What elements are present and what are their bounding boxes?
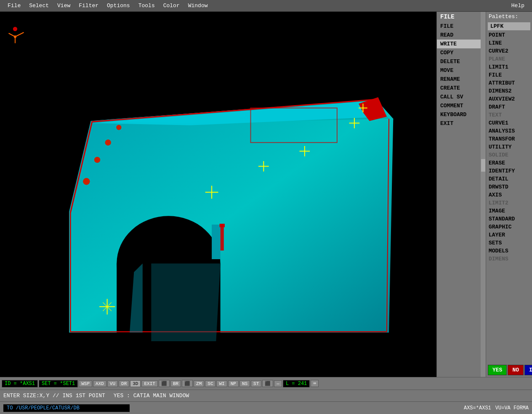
menu-tools[interactable]: Tools [134,2,159,10]
palette-file[interactable]: FILE [486,71,532,79]
left-panel: FILE FILE READ WRITE COPY DELETE MOVE RE… [436,12,481,377]
palette-dimens: DIMENS [486,255,532,263]
br-button[interactable]: BR [170,380,181,387]
menu-item-copy[interactable]: COPY [437,48,481,57]
menu-options[interactable]: Options [103,2,134,10]
palette-curve2[interactable]: CURVE2 [486,47,532,55]
palette-solide: SOLIDE [486,151,532,159]
svg-marker-11 [212,225,221,259]
bottom-bar: ID = *AXS1 SET = *SET1 WSP AXD VU DR 3D … [0,377,532,390]
menu-item-rename[interactable]: RENAME [437,75,481,84]
exit-button[interactable]: EXIT [141,380,157,387]
svg-point-17 [116,125,121,130]
icon-btn-4[interactable]: — [274,380,282,387]
menu-window[interactable]: Window [184,2,212,10]
palette-erase[interactable]: ERASE [486,159,532,167]
palette-draft[interactable]: DRAFT [486,103,532,111]
palette-utility[interactable]: UTILITY [486,143,532,151]
zm-button[interactable]: ZM [194,380,204,387]
palette-drwstd[interactable]: DRWSTD [486,183,532,191]
dr-button[interactable]: DR [119,380,129,387]
path-area: TO /USR/PEOPLE/CATUSR/DB [3,404,130,412]
wi-button[interactable]: WI [216,380,227,387]
lpfk-label[interactable]: LPFK [488,22,530,30]
svg-point-4 [14,35,16,38]
palette-detail[interactable]: DETAIL [486,175,532,183]
palette-models[interactable]: MODELS [486,247,532,255]
palette-layer[interactable]: LAYER [486,231,532,239]
palette-axis[interactable]: AXIS [486,191,532,199]
palette-auxview2[interactable]: AUXVIEW2 [486,95,532,103]
palette-point[interactable]: POINT [486,31,532,39]
right-panel: Palettes: LPFK POINT LINE CURVE2 PLANE L… [486,12,532,377]
palette-dimens2[interactable]: DIMENS2 [486,87,532,95]
palette-sets[interactable]: SETS [486,239,532,247]
l-field: L = 241 [283,380,310,387]
np-button[interactable]: NP [228,380,239,387]
icon-btn-2[interactable]: ⬛ [182,380,193,387]
command-text: ENTER SIZE:X,Y // INS 1ST POINT [3,393,105,399]
3d-canvas [0,12,436,377]
scroll-thumb[interactable] [481,159,485,172]
3d-button[interactable]: 3D [130,380,141,387]
menu-item-create[interactable]: CREATE [437,84,481,93]
scroll-area[interactable] [481,12,486,377]
status-bar: TO /USR/PEOPLE/CATUSR/DB AXS=*AXS1 VU=VA… [0,401,532,414]
menu-item-keyboard[interactable]: KEYBOARD [437,110,481,119]
command-bar: ENTER SIZE:X,Y // INS 1ST POINT YES : CA… [0,390,532,401]
id-field: ID = *AXS1 [2,380,38,387]
menu-item-read[interactable]: READ [437,31,481,40]
icon-btn-1[interactable]: ⬛ [159,380,170,387]
wsp-button[interactable]: WSP [79,380,92,387]
menu-color[interactable]: Color [159,2,184,10]
palette-curve1[interactable]: CURVE1 [486,119,532,127]
menu-item-delete[interactable]: DELETE [437,57,481,66]
palette-limit1[interactable]: LIMIT1 [486,63,532,71]
palette-line[interactable]: LINE [486,39,532,47]
axd-button[interactable]: AXD [93,380,106,387]
vu-button[interactable]: VU [107,380,118,387]
palette-analysis[interactable]: ANALYSIS [486,127,532,135]
svg-point-5 [13,27,17,31]
palette-standard[interactable]: STANDARD [486,215,532,223]
palette-attribut[interactable]: ATTRIBUT [486,79,532,87]
menu-help[interactable]: Help [507,2,529,10]
menu-item-move[interactable]: MOVE [437,66,481,75]
palette-image[interactable]: IMAGE [486,207,532,215]
icon-btn-3[interactable]: ⬛ [262,380,273,387]
palette-identify[interactable]: IDENTIFY [486,167,532,175]
palette-graphic[interactable]: GRAPHIC [486,223,532,231]
keyboard-btn[interactable]: ⌨ [311,380,319,387]
menu-item-exit[interactable]: EXIT [437,119,481,128]
palette-limit2: LIMIT2 [486,199,532,207]
svg-point-15 [94,157,100,163]
yes-button[interactable]: YES [488,365,507,375]
st-button[interactable]: ST [251,380,261,387]
3d-viewport[interactable] [0,12,436,377]
sc-button[interactable]: SC [205,380,215,387]
axs-info: AXS=*AXS1 [464,405,491,411]
menu-item-write[interactable]: WRITE [437,40,481,48]
menu-item-comment[interactable]: COMMENT [437,101,481,110]
menu-item-file[interactable]: FILE [437,22,481,31]
svg-point-14 [83,178,90,185]
svg-marker-36 [151,263,220,341]
int-button[interactable]: INT [524,365,532,375]
set-field: SET = *SET1 [39,380,78,387]
palette-plane: PLANE [486,55,532,63]
svg-point-16 [105,140,111,146]
svg-rect-18 [221,225,224,251]
menu-filter[interactable]: Filter [74,2,103,10]
menu-item-callsv[interactable]: CALL SV [437,93,481,101]
palette-transfor[interactable]: TRANSFOR [486,135,532,143]
ns-button[interactable]: NS [239,380,250,387]
menu-select[interactable]: Select [25,2,53,10]
svg-rect-19 [220,224,225,227]
left-panel-title: FILE [437,12,481,22]
no-button[interactable]: NO [508,365,524,375]
menu-file[interactable]: File [3,2,25,10]
menu-view[interactable]: View [53,2,74,10]
command-middle: YES : CATIA MAIN WINDOW [114,393,189,399]
vu-info: VU=VA FORMA [495,405,529,411]
palette-text: TEXT [486,111,532,119]
